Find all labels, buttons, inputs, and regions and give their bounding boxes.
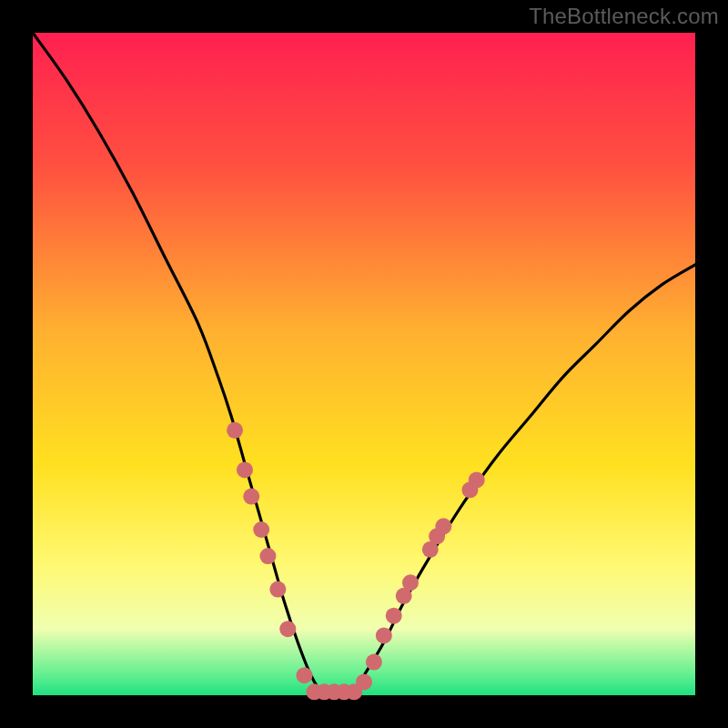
marker-dot [259, 548, 276, 564]
marker-dot [296, 667, 312, 683]
marker-dot [469, 471, 485, 488]
plot-background [33, 33, 695, 695]
bottleneck-chart [0, 0, 728, 728]
marker-dot [227, 422, 243, 439]
marker-dot [279, 621, 296, 637]
watermark-text: TheBottleneck.com [529, 4, 719, 29]
chart-frame: TheBottleneck.com [0, 0, 728, 728]
marker-dot [402, 574, 419, 591]
marker-dot [435, 518, 451, 534]
marker-dot [356, 673, 372, 690]
marker-dot [376, 627, 392, 643]
marker-dot [243, 489, 259, 505]
marker-dot [237, 461, 253, 478]
marker-dot [253, 521, 269, 538]
marker-dot [366, 654, 382, 671]
marker-dot [269, 581, 286, 598]
marker-dot [386, 608, 402, 624]
